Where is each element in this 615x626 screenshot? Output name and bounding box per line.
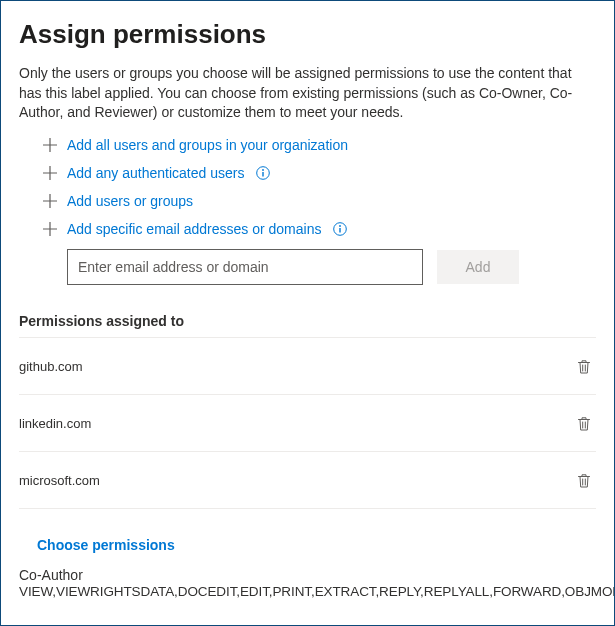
assigned-list: github.com linkedin.com microsoft.com	[19, 337, 596, 509]
permissions-assigned-label: Permissions assigned to	[19, 313, 596, 329]
trash-icon[interactable]	[576, 358, 592, 376]
assigned-row: linkedin.com	[19, 395, 596, 452]
email-domain-input[interactable]	[67, 249, 423, 285]
add-options-list: Add all users and groups in your organiz…	[43, 137, 596, 237]
email-input-row: Add	[67, 249, 596, 285]
assigned-name: microsoft.com	[19, 473, 100, 488]
plus-icon	[43, 166, 57, 180]
plus-icon	[43, 138, 57, 152]
svg-point-1	[263, 169, 265, 171]
add-all-users-link: Add all users and groups in your organiz…	[67, 137, 348, 153]
add-auth-users-option[interactable]: Add any authenticated users	[43, 165, 596, 181]
add-users-groups-option[interactable]: Add users or groups	[43, 193, 596, 209]
info-icon[interactable]	[256, 166, 270, 180]
info-icon[interactable]	[333, 222, 347, 236]
plus-icon	[43, 194, 57, 208]
add-users-groups-link: Add users or groups	[67, 193, 193, 209]
svg-rect-2	[263, 172, 264, 177]
page-title: Assign permissions	[19, 19, 596, 50]
svg-point-4	[340, 225, 342, 227]
assigned-name: github.com	[19, 359, 83, 374]
assigned-row: github.com	[19, 337, 596, 395]
choose-permissions-link[interactable]: Choose permissions	[37, 537, 596, 553]
add-all-users-option[interactable]: Add all users and groups in your organiz…	[43, 137, 596, 153]
assigned-name: linkedin.com	[19, 416, 91, 431]
trash-icon[interactable]	[576, 415, 592, 433]
plus-icon	[43, 222, 57, 236]
svg-rect-5	[340, 228, 341, 233]
role-permissions-list: VIEW,VIEWRIGHTSDATA,DOCEDIT,EDIT,PRINT,E…	[19, 584, 596, 599]
add-button[interactable]: Add	[437, 250, 519, 284]
add-email-domains-option[interactable]: Add specific email addresses or domains	[43, 221, 596, 237]
intro-text: Only the users or groups you choose will…	[19, 64, 596, 123]
add-email-domains-link: Add specific email addresses or domains	[67, 221, 321, 237]
role-name: Co-Author	[19, 567, 596, 583]
add-auth-users-link: Add any authenticated users	[67, 165, 244, 181]
assigned-row: microsoft.com	[19, 452, 596, 509]
trash-icon[interactable]	[576, 472, 592, 490]
